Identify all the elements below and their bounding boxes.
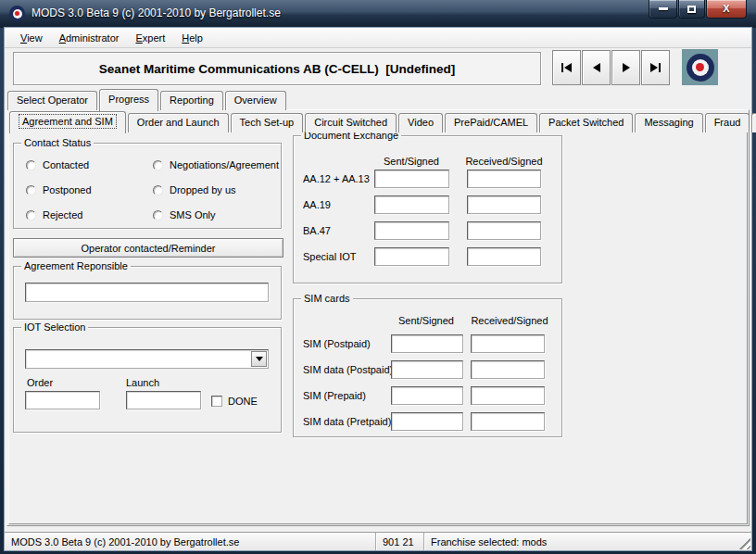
radio-icon <box>153 185 163 195</box>
sim-data-prepaid-received-input[interactable] <box>471 412 545 431</box>
title-bar: MODS 3.0 Beta 9 (c) 2001-2010 by Bergatr… <box>0 0 756 28</box>
tab-packet-switched[interactable]: Packet Switched <box>539 113 633 132</box>
nav-next-button[interactable] <box>611 50 640 85</box>
nav-previous-button[interactable] <box>582 50 611 85</box>
menu-view[interactable]: View <box>12 30 51 46</box>
nav-last-button[interactable] <box>641 50 670 85</box>
minimize-button[interactable] <box>649 0 677 19</box>
iot-selection-combobox[interactable] <box>25 349 269 369</box>
launch-label: Launch <box>126 377 159 388</box>
operator-contacted-reminder-button[interactable]: Operator contacted/Reminder <box>13 238 284 258</box>
done-checkbox[interactable] <box>211 396 222 407</box>
radio-icon <box>153 160 163 170</box>
docex-received-signed-header: Received/Signed <box>465 156 543 167</box>
tab-select-operator[interactable]: Select Operator <box>7 91 97 110</box>
order-input[interactable] <box>25 391 100 409</box>
tab-reporting[interactable]: Reporting <box>160 91 223 110</box>
sim-postpaid-received-input[interactable] <box>471 334 545 353</box>
roundel-middle <box>692 59 709 76</box>
radio-negotiations-agreement[interactable]: Negotiations/Agreement <box>153 159 279 170</box>
roundel-center <box>696 63 704 71</box>
tab-agreement-and-sim[interactable]: Agreement and SIM <box>9 111 126 133</box>
nav-previous-icon <box>593 63 600 72</box>
sim-row-label: SIM data (Pretpaid) <box>303 416 391 427</box>
iot-selection-combobox-input[interactable] <box>26 350 251 368</box>
menu-expert[interactable]: Expert <box>127 30 173 46</box>
sim-data-prepaid-sent-input[interactable] <box>391 412 463 431</box>
roundel-ring <box>13 9 22 19</box>
nav-first-icon-triangle <box>564 63 572 72</box>
roundel-dot <box>15 11 19 16</box>
tab-tech-set-up[interactable]: Tech Set-up <box>231 113 304 132</box>
window-controls: X <box>648 0 747 19</box>
radio-rejected[interactable]: Rejected <box>26 209 153 220</box>
radio-sms-only[interactable]: SMS Only <box>153 209 279 220</box>
tab-overview[interactable]: Overview <box>225 91 286 110</box>
status-bar: MODS 3.0 Beta 9 (c) 2001-2010 by Bergatr… <box>5 532 751 550</box>
docex-aa19-received-input[interactable] <box>467 195 541 214</box>
menu-bar: View Administrator Expert Help <box>5 28 751 48</box>
menu-help[interactable]: Help <box>173 30 211 46</box>
docex-special-iot-received-input[interactable] <box>467 247 541 266</box>
agreement-responsible-legend: Agreement Reponsible <box>21 260 131 271</box>
radio-dropped-by-us[interactable]: Dropped by us <box>153 184 279 195</box>
sim-postpaid-sent-input[interactable] <box>391 334 463 353</box>
roundel-outer <box>687 54 714 82</box>
agreement-responsible-input[interactable] <box>25 283 269 302</box>
docex-aa12-aa13-received-input[interactable] <box>467 170 541 188</box>
tab-order-and-launch[interactable]: Order and Launch <box>128 113 229 132</box>
tab-video[interactable]: Video <box>398 113 443 132</box>
menu-administrator[interactable]: Administrator <box>51 30 128 46</box>
radio-icon <box>26 185 36 195</box>
tab-prepaid-camel[interactable]: PrePaid/CAMEL <box>445 113 537 132</box>
tab-logg[interactable]: Logg <box>751 113 756 132</box>
docex-row-label: Special IOT <box>303 251 356 262</box>
docex-sent-signed-header: Sent/Signed <box>372 156 450 167</box>
contact-status-legend: Contact Status <box>21 137 94 148</box>
done-checkbox-wrap[interactable]: DONE <box>211 396 258 407</box>
close-button[interactable]: X <box>706 0 747 19</box>
operator-title: Seanet Maritime Communications AB (C-CEL… <box>99 62 455 76</box>
nav-last-icon-triangle <box>650 63 658 72</box>
sim-sent-signed-header: Sent/Signed <box>389 315 463 326</box>
tab-messaging[interactable]: Messaging <box>635 113 702 132</box>
docex-special-iot-sent-input[interactable] <box>374 247 449 266</box>
sim-row-label: SIM (Prepaid) <box>303 390 366 401</box>
nav-first-button[interactable] <box>552 50 581 85</box>
sim-prepaid-sent-input[interactable] <box>391 386 463 405</box>
tab-progress[interactable]: Progress <box>99 89 158 111</box>
close-icon: X <box>723 4 729 14</box>
contact-status-options: Contacted Negotiations/Agreement Postpon… <box>26 159 273 220</box>
nav-next-icon <box>623 63 630 72</box>
docex-aa12-aa13-sent-input[interactable] <box>374 170 449 188</box>
tab-circuit-switched[interactable]: Circuit Switched <box>305 113 397 132</box>
docex-row-label: AA.19 <box>303 199 331 210</box>
minimize-icon <box>659 7 668 10</box>
app-icon[interactable] <box>9 6 25 21</box>
nav-last-icon <box>659 63 661 72</box>
sim-received-signed-header: Received/Signed <box>471 315 548 326</box>
radio-icon <box>26 160 36 170</box>
status-franchise: Franchise selected: mods <box>423 533 751 550</box>
docex-ba47-received-input[interactable] <box>467 221 541 240</box>
sim-row-label: SIM (Postpaid) <box>303 338 371 349</box>
status-app-info: MODS 3.0 Beta 9 (c) 2001-2010 by Bergatr… <box>5 533 375 550</box>
contact-status-group: Contact Status Contacted Negotiations/Ag… <box>13 143 282 229</box>
sim-row-label: SIM data (Postpaid) <box>303 364 393 375</box>
done-label: DONE <box>228 396 258 407</box>
docex-aa19-sent-input[interactable] <box>374 195 449 214</box>
tab-fraud[interactable]: Fraud <box>705 113 750 132</box>
maximize-button[interactable] <box>678 0 705 19</box>
launch-input[interactable] <box>126 391 201 409</box>
sim-prepaid-received-input[interactable] <box>471 386 545 405</box>
radio-postponed[interactable]: Postponed <box>26 184 153 195</box>
main-tab-strip: Select Operator Progress Reporting Overv… <box>7 88 288 110</box>
docex-row-label: AA.12 + AA.13 <box>303 173 370 184</box>
iot-selection-dropdown-button[interactable] <box>251 351 267 367</box>
sim-cards-legend: SIM cards <box>301 293 353 304</box>
radio-icon <box>153 210 163 220</box>
docex-ba47-sent-input[interactable] <box>374 221 449 240</box>
sim-data-postpaid-sent-input[interactable] <box>391 360 463 379</box>
sim-data-postpaid-received-input[interactable] <box>471 360 545 379</box>
radio-contacted[interactable]: Contacted <box>26 159 153 170</box>
